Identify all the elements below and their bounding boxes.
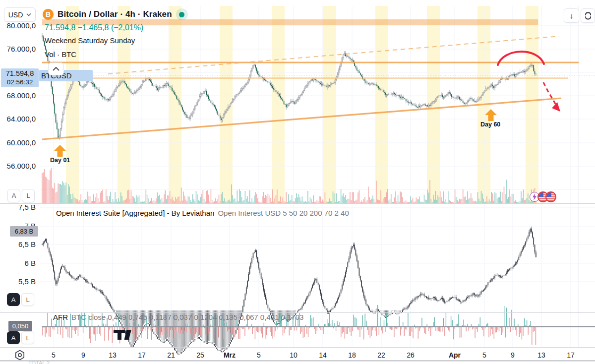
us-flag-event-icon[interactable] [545,191,556,202]
time-axis-tick[interactable]: 9 [68,351,98,359]
settings-hexagon-icon[interactable] [13,349,26,362]
weekend-band [66,6,79,203]
countdown-price: 71.594,8 [1,69,39,78]
download-button[interactable]: ↓ [564,8,579,23]
time-axis-tick[interactable]: 17 [127,351,157,359]
price-axis-tick: 64.000,0 [7,115,36,123]
time-axis-tick[interactable]: 10 [279,351,308,359]
time-axis-tick[interactable]: 5 [244,351,274,359]
afr-pane-log-button[interactable]: L [21,331,34,344]
main-pane-log-button[interactable]: L [22,189,35,202]
chevron-up-icon [53,67,60,71]
cropped-pane-title: TOTAL 2 [28,360,50,364]
time-axis-tick[interactable]: 5 [39,351,68,359]
time-axis-tick[interactable]: 5 [470,351,499,359]
time-axis-tick[interactable]: 13 [98,351,127,359]
symbol-title[interactable]: Bitcoin / Dollar · 4h · Kraken [58,9,172,19]
download-icon: ↓ [570,11,574,20]
price-axis-tick: 6 B [24,259,36,267]
time-axis-tick[interactable]: Mrz [215,351,244,359]
collapse-button[interactable] [48,62,64,75]
tradingview-logo[interactable] [113,329,141,340]
chevron-down-icon [26,13,31,16]
day01-arrow-icon [54,145,66,151]
vertical-gridlines [54,6,571,347]
weekend-band [375,6,388,203]
arrow-shaft [58,151,63,157]
price-axis-tick: 6,5 B [18,240,36,248]
chart-canvas[interactable] [0,0,595,364]
candles-down [42,36,536,138]
weekend-band [323,6,336,203]
market-status-icon[interactable] [176,8,188,20]
oi-pane-auto-button[interactable]: A [7,293,20,306]
arrow-shaft [488,115,494,121]
price-axis-tick: 56.000,0 [7,162,36,170]
oi-pane-title[interactable]: Open Interest Suite [Aggregated] - By Le… [56,209,349,217]
weekend-band [526,6,538,203]
weekend-band [169,6,181,203]
countdown-timer: 02:56:32 [1,78,39,86]
oi-last-value-badge: 6,83 B [10,226,38,237]
study-label-volume[interactable]: Vol · BTC [45,50,76,59]
price-countdown-label: 71.594,8 02:56:32 [1,68,39,87]
time-axis-tick[interactable]: 14 [308,351,338,359]
bitcoin-icon: B [43,9,54,20]
event-marker-group[interactable] [530,191,556,202]
time-axis-tick[interactable]: 21 [156,351,186,359]
time-axis-tick[interactable]: 9 [498,351,528,359]
time-axis-tick[interactable]: 18 [337,351,367,359]
price-axis-tick: 5,5 B [18,277,36,286]
day01-label: Day 01 [50,157,70,164]
time-axis-tick[interactable]: 26 [396,351,425,359]
time-axis[interactable]: 5913172125Mrz51014182226Apr591317 [0,347,595,364]
time-axis-tick[interactable]: 17 [556,351,586,359]
time-axis-tick[interactable]: 25 [185,351,215,359]
currency-selector-label: USD [8,11,23,19]
price-axis-tick: 68.000,0 [7,91,36,100]
red-arrow-head [552,102,560,112]
price-axis-tick: 60.000,0 [7,138,36,147]
price-axis-tick: 80.000,0 [7,21,36,30]
afr-title-text[interactable]: AFR [53,313,68,321]
weekend-band [272,6,285,203]
weekend-band [118,6,130,203]
day60-label: Day 60 [480,121,500,128]
price-axis-tick: 76.000,0 [7,45,36,53]
price-change-line: 71.594,8 −1.465,8 (−2,01%) [45,23,143,32]
oi-pane-log-button[interactable]: L [21,293,34,306]
fullscreen-icon [581,9,595,23]
red-dashed-arrow [543,82,556,106]
afr-pane-title[interactable]: AFR BTC close 0,449 0,745 0,1187 0,037 0… [53,313,303,321]
oi-title-text[interactable]: Open Interest Suite [Aggregated] - By Le… [56,209,214,217]
fullscreen-button[interactable] [581,8,595,23]
currency-selector[interactable]: USD [4,7,36,22]
time-axis-tick[interactable]: 22 [366,351,396,359]
oi-title-values: Open Interest USD 5 50 20 200 70 2 40 [218,209,349,217]
afr-title-values: BTC close 0,449 0,745 0,1187 0,037 0,120… [71,313,303,321]
time-axis-tick[interactable]: 13 [527,351,556,359]
afr-last-value-badge: 0,050 [8,321,32,331]
time-axis-tick[interactable]: Apr [440,351,470,359]
symbol-marker-label[interactable]: BTCUSD [39,70,93,81]
symbol-header[interactable]: B Bitcoin / Dollar · 4h · Kraken [43,8,188,20]
price-axis-tick: 7,5 B [18,203,36,211]
volume-bars-down [42,168,536,204]
afr-pane-auto-button[interactable]: A [7,331,20,344]
main-pane-auto-button[interactable]: A [7,189,20,202]
study-label-weekend[interactable]: Weekend Saturday Sunday [45,36,135,45]
